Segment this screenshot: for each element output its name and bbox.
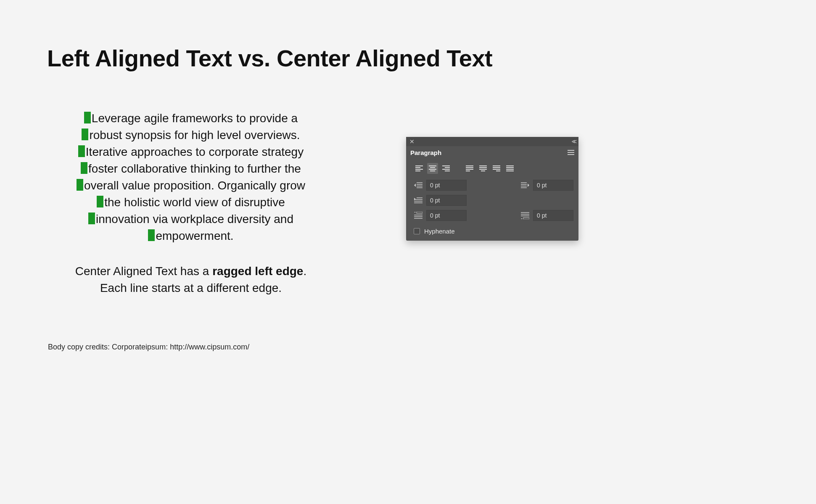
- alignment-row: [411, 163, 573, 174]
- space-row: 0 pt 0 pt: [411, 210, 573, 221]
- sample-line: empowerment.: [48, 228, 334, 244]
- edge-marker-icon: [77, 179, 83, 191]
- credits: Body copy credits: Corporateipsum: http:…: [48, 343, 249, 352]
- align-right-button[interactable]: [441, 163, 452, 174]
- panel-topbar: ✕ <<: [406, 137, 578, 146]
- sample-line: innovation via workplace diversity and: [48, 211, 334, 228]
- indent-left-input[interactable]: 0 pt: [426, 180, 467, 191]
- sample-line: overall value proposition. Organically g…: [48, 177, 334, 194]
- svg-rect-1: [523, 218, 529, 219]
- indent-left-icon: [414, 181, 423, 189]
- align-left-button[interactable]: [414, 163, 425, 174]
- hyphenate-label[interactable]: Hyphenate: [424, 228, 455, 235]
- space-after-icon: [520, 211, 530, 220]
- caption-prefix: Center Aligned Text has a: [75, 265, 212, 278]
- justify-last-left-button[interactable]: [464, 163, 475, 174]
- svg-rect-0: [417, 212, 423, 213]
- sample-line-text: the holistic world view of disruptive: [104, 196, 285, 209]
- sample-line-text: Iterative approaches to corporate strate…: [86, 145, 304, 158]
- paragraph-panel: ✕ << Paragraph: [406, 137, 578, 241]
- caption: Center Aligned Text has a ragged left ed…: [48, 263, 334, 297]
- collapse-icon[interactable]: <<: [572, 138, 575, 145]
- edge-marker-icon: [97, 196, 103, 207]
- edge-marker-icon: [81, 162, 87, 174]
- align-center-button[interactable]: [427, 163, 438, 174]
- indent-row-2: 0 pt: [411, 195, 573, 206]
- space-before-input[interactable]: 0 pt: [426, 210, 467, 221]
- sample-line: foster collaborative thinking to further…: [48, 160, 334, 177]
- panel-body: 0 pt 0 pt 0 pt 0 pt 0 pt: [406, 159, 578, 241]
- sample-text-block: Leverage agile frameworks to provide a r…: [48, 110, 334, 244]
- close-icon[interactable]: ✕: [409, 138, 415, 145]
- indent-row-1: 0 pt 0 pt: [411, 180, 573, 191]
- caption-suffix1: .: [303, 265, 306, 278]
- tab-paragraph[interactable]: Paragraph: [410, 149, 441, 156]
- sample-line-text: foster collaborative thinking to further…: [88, 162, 301, 175]
- sample-line-text: robust synopsis for high level overviews…: [89, 129, 300, 142]
- first-line-indent-icon: [414, 196, 423, 205]
- flyout-menu-icon[interactable]: [568, 150, 574, 155]
- justify-all-button[interactable]: [504, 163, 515, 174]
- panel-tabbar: Paragraph: [406, 146, 578, 159]
- space-before-icon: [414, 211, 423, 220]
- caption-line2: Each line starts at a different edge.: [100, 281, 282, 294]
- sample-line: Leverage agile frameworks to provide a: [48, 110, 334, 127]
- sample-line: robust synopsis for high level overviews…: [48, 127, 334, 144]
- edge-marker-icon: [84, 112, 91, 123]
- sample-line-text: Leverage agile frameworks to provide a: [92, 112, 298, 125]
- indent-right-input[interactable]: 0 pt: [533, 180, 573, 191]
- edge-marker-icon: [148, 229, 155, 241]
- hyphenate-row: Hyphenate: [411, 225, 573, 235]
- sample-line: the holistic world view of disruptive: [48, 194, 334, 211]
- hyphenate-checkbox[interactable]: [414, 228, 420, 234]
- justify-last-right-button[interactable]: [491, 163, 502, 174]
- sample-line: Iterative approaches to corporate strate…: [48, 144, 334, 160]
- caption-bold: ragged left edge: [212, 265, 303, 278]
- sample-line-text: overall value proposition. Organically g…: [84, 179, 305, 192]
- sample-line-text: empowerment.: [156, 229, 233, 242]
- space-after-input[interactable]: 0 pt: [533, 210, 573, 221]
- edge-marker-icon: [82, 129, 88, 140]
- justify-last-center-button[interactable]: [478, 163, 489, 174]
- edge-marker-icon: [88, 213, 95, 224]
- indent-right-icon: [520, 181, 530, 189]
- page-title: Left Aligned Text vs. Center Aligned Tex…: [47, 45, 492, 72]
- edge-marker-icon: [78, 145, 85, 157]
- sample-line-text: innovation via workplace diversity and: [96, 213, 293, 226]
- first-line-indent-input[interactable]: 0 pt: [426, 195, 467, 206]
